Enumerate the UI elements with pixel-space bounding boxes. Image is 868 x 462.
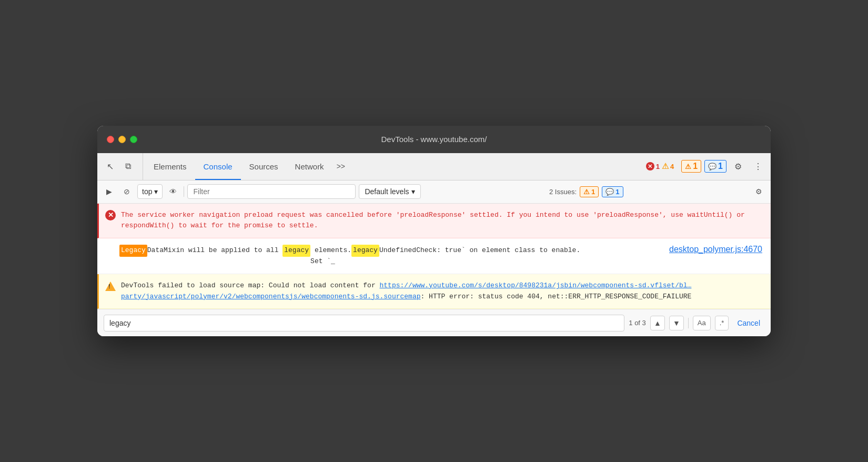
vertical-dots-icon: ⋮ <box>754 162 762 172</box>
tab-network[interactable]: Network <box>287 153 332 180</box>
warning-message-icon <box>105 282 116 291</box>
window-title: DevTools - www.youtube.com/ <box>381 135 487 144</box>
chevron-up-icon: ▲ <box>654 319 661 327</box>
eye-icon: 👁 <box>169 187 177 196</box>
issues-info-badge[interactable]: ⚠ 1 <box>580 186 599 197</box>
block-button[interactable]: ⊘ <box>119 184 134 199</box>
settings-button[interactable]: ⚙ <box>730 158 746 175</box>
tab-bar-right: ✕ 1 ⚠ 4 ⚠ 1 💬 1 ⚙ ⋮ <box>642 153 766 180</box>
error-warning-badge-group[interactable]: ✕ 1 ⚠ 4 <box>642 159 678 173</box>
device-icon: ⧉ <box>125 162 131 171</box>
eye-button[interactable]: 👁 <box>166 184 180 199</box>
more-options-button[interactable]: ⋮ <box>750 158 766 175</box>
log-message-content: LegacyDataMixin will be applied to all l… <box>119 245 664 267</box>
console-toolbar: ▶ ⊘ top ▾ 👁 Default levels ▾ 2 Issues: ⚠… <box>97 180 771 204</box>
maximize-button[interactable] <box>130 136 137 143</box>
chevron-down-icon: ▼ <box>673 319 680 327</box>
search-separator <box>688 318 689 328</box>
error-message: ✕ The service worker navigation preload … <box>97 204 771 239</box>
legacy-orange-highlight: Legacy <box>119 245 147 257</box>
console-gear-icon: ⚙ <box>755 187 762 196</box>
more-tabs-button[interactable]: >> <box>332 153 349 180</box>
filter-input[interactable] <box>187 184 356 199</box>
separator-1 <box>184 186 184 197</box>
tab-sources[interactable]: Sources <box>241 153 287 180</box>
case-sensitive-button[interactable]: Aa <box>693 316 711 330</box>
levels-dropdown[interactable]: Default levels ▾ <box>359 184 420 199</box>
traffic-lights <box>107 136 137 143</box>
info-badge[interactable]: ⚠ 1 <box>681 160 701 173</box>
info-icon: ⚠ <box>685 163 691 170</box>
message-badge[interactable]: 💬 1 <box>704 160 726 173</box>
console-settings-button[interactable]: ⚙ <box>752 184 766 199</box>
play-icon: ▶ <box>106 187 112 196</box>
search-input[interactable] <box>104 315 624 332</box>
search-results-count: 1 of 3 <box>629 319 646 327</box>
tab-bar-icons: ↖ ⧉ <box>102 153 143 180</box>
tab-console[interactable]: Console <box>195 153 241 180</box>
log-message: LegacyDataMixin will be applied to all l… <box>97 238 771 274</box>
error-circle-icon: ✕ <box>646 162 654 170</box>
context-dropdown[interactable]: top ▾ <box>137 184 163 199</box>
gear-icon: ⚙ <box>734 162 742 172</box>
devtools-window: DevTools - www.youtube.com/ ↖ ⧉ Elements… <box>97 126 771 337</box>
search-cancel-button[interactable]: Cancel <box>733 317 764 329</box>
error-message-icon: ✕ <box>105 210 116 220</box>
close-button[interactable] <box>107 136 114 143</box>
block-icon: ⊘ <box>124 187 130 196</box>
search-prev-button[interactable]: ▲ <box>650 316 665 330</box>
error-badge: ✕ 1 <box>646 162 660 170</box>
search-bar: 1 of 3 ▲ ▼ Aa .* Cancel <box>97 309 771 336</box>
log-source-link[interactable]: desktop_polymer.js:4670 <box>669 245 762 254</box>
tab-elements[interactable]: Elements <box>145 153 195 180</box>
message-icon: 💬 <box>708 163 716 170</box>
cursor-inspect-button[interactable]: ↖ <box>102 158 118 175</box>
tab-bar: ↖ ⧉ Elements Console Sources Network >> … <box>97 153 771 180</box>
search-next-button[interactable]: ▼ <box>669 316 684 330</box>
issues-msg-icon: 💬 <box>605 188 614 196</box>
issues-msg-badge[interactable]: 💬 1 <box>602 186 623 197</box>
warning-badge: ⚠ 4 <box>662 162 674 171</box>
error-message-content: The service worker navigation preload re… <box>121 210 762 232</box>
issues-info-icon: ⚠ <box>583 188 590 196</box>
run-button[interactable]: ▶ <box>102 184 116 199</box>
legacy-yellow-highlight-1: legacy <box>282 245 310 257</box>
log-source: desktop_polymer.js:4670 <box>669 245 762 267</box>
warning-message: DevTools failed to load source map: Coul… <box>97 274 771 309</box>
log-spacer <box>104 245 114 267</box>
levels-chevron-icon: ▾ <box>411 187 415 196</box>
legacy-yellow-highlight-2: legacy <box>351 245 379 257</box>
console-messages: ✕ The service worker navigation preload … <box>97 204 771 309</box>
chevron-down-icon: ▾ <box>154 187 158 196</box>
cursor-icon: ↖ <box>107 162 114 172</box>
title-bar: DevTools - www.youtube.com/ <box>97 126 771 153</box>
issues-section: 2 Issues: ⚠ 1 💬 1 <box>549 186 623 197</box>
warning-message-content: DevTools failed to load source map: Coul… <box>121 280 762 303</box>
minimize-button[interactable] <box>118 136 126 143</box>
device-toggle-button[interactable]: ⧉ <box>119 158 136 175</box>
regex-button[interactable]: .* <box>715 316 729 330</box>
warning-triangle-icon: ⚠ <box>662 162 669 171</box>
